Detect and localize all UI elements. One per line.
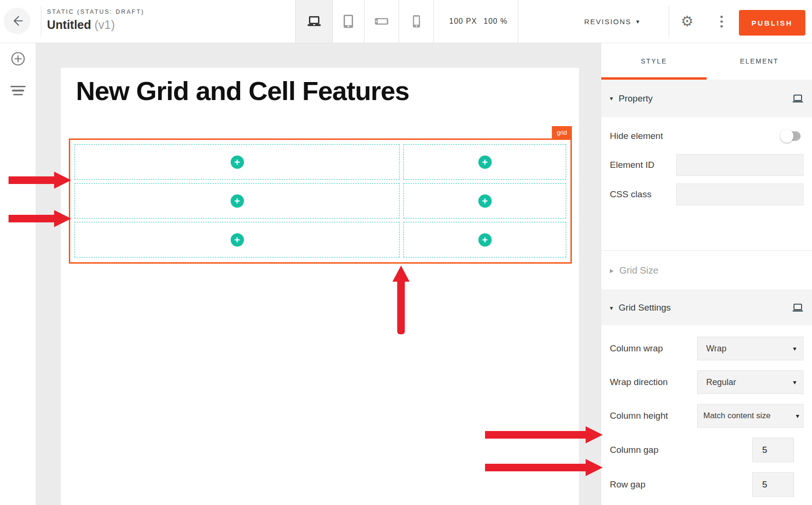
section-title: Property bbox=[619, 93, 653, 104]
css-class-input[interactable] bbox=[676, 184, 803, 205]
column-gap-label: Column gap bbox=[610, 445, 658, 455]
revisions-dropdown[interactable]: REVISIONS ▾ bbox=[572, 0, 653, 43]
version-label: (v1) bbox=[94, 18, 115, 31]
tablet-icon bbox=[343, 14, 354, 28]
filter-list-icon bbox=[10, 86, 26, 96]
column-gap-input[interactable] bbox=[752, 438, 794, 462]
hide-element-toggle[interactable] bbox=[782, 131, 801, 141]
arrow-left-icon bbox=[11, 15, 23, 27]
divider bbox=[669, 6, 669, 37]
mobile-landscape-icon bbox=[374, 18, 389, 25]
property-section-header[interactable]: ▾ Property bbox=[601, 80, 812, 117]
grid-element[interactable]: + + + + + + bbox=[69, 138, 572, 264]
hide-element-label: Hide element bbox=[610, 131, 663, 141]
caret-down-icon: ▾ bbox=[793, 345, 796, 352]
panel-tabs: STYLE ELEMENT bbox=[601, 43, 812, 80]
circle-plus-icon bbox=[10, 51, 26, 66]
column-height-label: Column height bbox=[610, 411, 668, 421]
layers-filter-button[interactable] bbox=[10, 83, 26, 99]
tab-style[interactable]: STYLE bbox=[601, 43, 707, 80]
section-title: Grid Size bbox=[619, 265, 658, 276]
chevron-right-icon: ▸ bbox=[610, 266, 614, 275]
grid-cell[interactable]: + bbox=[403, 222, 566, 257]
status-label: STATIC (STATUS: DRAFT) bbox=[47, 9, 144, 15]
add-content-button[interactable]: + bbox=[478, 194, 492, 208]
caret-down-icon: ▾ bbox=[793, 378, 796, 386]
back-button[interactable] bbox=[4, 8, 30, 34]
caret-down-icon: ▾ bbox=[796, 412, 799, 420]
left-toolbar bbox=[0, 43, 36, 505]
laptop-icon bbox=[792, 303, 803, 312]
laptop-icon bbox=[306, 15, 322, 28]
zoom-readout: 100 PX 100 % bbox=[440, 0, 516, 43]
laptop-icon bbox=[792, 94, 803, 103]
wrap-direction-select[interactable]: Regular ▾ bbox=[697, 370, 803, 394]
page-title: Untitled (v1) bbox=[47, 18, 144, 32]
add-content-button[interactable]: + bbox=[231, 156, 244, 169]
more-options-button[interactable] bbox=[707, 0, 736, 43]
column-height-select[interactable]: Match content size ▾ bbox=[697, 404, 803, 428]
add-content-button[interactable]: + bbox=[231, 233, 244, 247]
add-content-button[interactable]: + bbox=[478, 233, 492, 247]
divider bbox=[518, 0, 518, 43]
element-id-input[interactable] bbox=[676, 154, 803, 176]
tab-element[interactable]: ELEMENT bbox=[707, 43, 812, 80]
element-id-label: Element ID bbox=[610, 160, 654, 170]
grid-cell[interactable]: + bbox=[403, 183, 566, 219]
device-tablet-button[interactable] bbox=[333, 0, 364, 43]
divider bbox=[41, 6, 41, 37]
page-heading: New Grid and Cell Features bbox=[76, 75, 409, 106]
grid-size-section-header[interactable]: ▸ Grid Size bbox=[601, 250, 812, 290]
device-mobile-landscape-button[interactable] bbox=[364, 0, 399, 43]
row-gap-input[interactable] bbox=[752, 472, 794, 497]
annotation-arrow-column-gap bbox=[392, 257, 410, 334]
publish-button[interactable]: PUBLISH bbox=[739, 10, 805, 36]
annotation-arrow-column-gap-setting bbox=[485, 426, 603, 443]
layout-editor: STATIC (STATUS: DRAFT) Untitled (v1) bbox=[0, 0, 812, 505]
property-body: Hide element Element ID CSS class bbox=[601, 117, 812, 250]
grid-cell[interactable]: + bbox=[75, 183, 400, 219]
grid-cell[interactable]: + bbox=[403, 144, 566, 180]
style-panel: STYLE ELEMENT ▾ Property Hide element bbox=[601, 43, 812, 505]
mobile-portrait-icon bbox=[412, 15, 420, 28]
divider bbox=[433, 0, 434, 43]
add-content-button[interactable]: + bbox=[231, 194, 244, 208]
settings-gear-button[interactable]: ⚙ bbox=[673, 0, 701, 43]
column-wrap-select[interactable]: Wrap ▾ bbox=[697, 337, 803, 360]
section-title: Grid Settings bbox=[619, 303, 671, 313]
column-wrap-label: Column wrap bbox=[610, 343, 663, 354]
add-element-button[interactable] bbox=[10, 51, 26, 67]
device-mobile-portrait-button[interactable] bbox=[399, 0, 433, 43]
document-title-block: STATIC (STATUS: DRAFT) Untitled (v1) bbox=[47, 9, 144, 32]
grid-cell[interactable]: + bbox=[75, 144, 400, 180]
css-class-label: CSS class bbox=[610, 189, 652, 200]
zoom-percent-value: 100 % bbox=[484, 17, 507, 26]
grid-cell[interactable]: + bbox=[75, 222, 400, 257]
annotation-arrow-row-gap-1 bbox=[9, 172, 71, 189]
caret-down-icon: ▾ bbox=[610, 95, 613, 102]
add-content-button[interactable]: + bbox=[478, 156, 492, 169]
device-desktop-button[interactable] bbox=[296, 0, 332, 43]
chevron-down-icon: ▾ bbox=[636, 18, 641, 25]
annotation-arrow-row-gap-setting bbox=[485, 459, 603, 476]
wrap-direction-label: Wrap direction bbox=[610, 377, 668, 387]
zoom-px-value: 100 PX bbox=[449, 17, 477, 26]
grid-element-badge: grid bbox=[552, 126, 572, 138]
row-gap-label: Row gap bbox=[610, 479, 645, 490]
caret-down-icon: ▾ bbox=[610, 304, 613, 312]
top-toolbar: STATIC (STATUS: DRAFT) Untitled (v1) bbox=[0, 0, 812, 43]
grid-settings-section-header[interactable]: ▾ Grid Settings bbox=[601, 290, 812, 325]
grid-settings-body: Column wrap Wrap ▾ Wrap direction Regula… bbox=[601, 325, 812, 497]
gear-icon: ⚙ bbox=[681, 14, 694, 28]
kebab-menu-icon bbox=[720, 16, 723, 28]
annotation-arrow-row-gap-2 bbox=[9, 210, 71, 227]
